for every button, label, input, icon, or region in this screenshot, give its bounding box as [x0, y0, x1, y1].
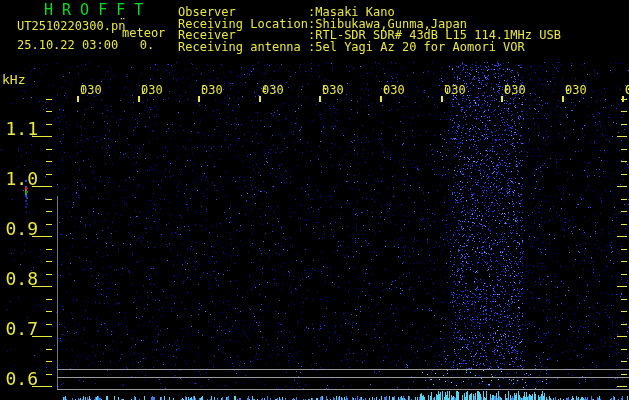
time-axis-label: 0305	[282, 84, 326, 96]
app-title: H R O F F T	[44, 3, 143, 18]
freq-minor-tick-right	[621, 324, 627, 325]
freq-minor-tick-right	[621, 249, 627, 250]
time-label-prefix: 030	[504, 84, 526, 96]
freq-minor-tick-left	[46, 124, 52, 125]
time-label-prefix: 030	[383, 84, 405, 96]
freq-minor-tick-right	[621, 111, 627, 112]
freq-minor-tick-right	[621, 361, 627, 362]
freq-minor-tick-left	[46, 349, 52, 350]
time-label-prefix: 030	[262, 84, 284, 96]
freq-major-tick-left	[32, 286, 52, 287]
freq-minor-tick-left	[46, 261, 52, 262]
freq-minor-tick-left	[46, 161, 52, 162]
freq-minor-tick-left	[46, 199, 52, 200]
frequency-unit-label: kHz	[2, 73, 25, 86]
time-axis-label: 0310	[585, 84, 629, 96]
freq-minor-tick-left	[46, 149, 52, 150]
freq-minor-tick-left	[46, 211, 52, 212]
freq-minor-tick-left	[46, 274, 52, 275]
separator-line	[57, 369, 629, 370]
freq-major-tick-right	[617, 386, 627, 387]
freq-major-tick-right	[617, 286, 627, 287]
time-axis-label: 0308	[464, 84, 508, 96]
time-axis-tick	[501, 96, 503, 102]
freq-major-tick-right	[617, 336, 627, 337]
freq-minor-tick-left	[46, 324, 52, 325]
freq-minor-tick-left	[46, 99, 52, 100]
output-filename: UT2510220300.pn	[17, 20, 125, 32]
header-field-row: Receiving antenna:5el Yagi Az 20 for Aom…	[178, 41, 525, 53]
header-field-value: 5el Yagi Az 20 for Aomori VOR	[315, 40, 525, 54]
time-axis-tick	[380, 96, 382, 102]
time-label-prefix: 030	[444, 84, 466, 96]
time-axis-tick	[77, 96, 79, 102]
time-axis-label: 0307	[404, 84, 448, 96]
freq-major-tick-right	[617, 236, 627, 237]
freq-major-tick-left	[32, 336, 52, 337]
time-axis-tick	[319, 96, 321, 102]
freq-minor-tick-left	[46, 374, 52, 375]
time-label-prefix: 030	[565, 84, 587, 96]
time-axis-tick	[441, 96, 443, 102]
freq-major-tick-left	[32, 136, 52, 137]
time-label-prefix: 030	[201, 84, 223, 96]
plot-left-border	[57, 196, 58, 389]
time-label-prefix: 030	[141, 84, 163, 96]
time-axis-label: 0302	[101, 84, 145, 96]
time-axis-label: 0306	[343, 84, 387, 96]
freq-minor-tick-right	[621, 311, 627, 312]
freq-minor-tick-left	[46, 111, 52, 112]
time-axis-label: 0301	[40, 84, 84, 96]
freq-minor-tick-left	[46, 249, 52, 250]
time-label-prefix: 030	[322, 84, 344, 96]
freq-minor-tick-left	[46, 174, 52, 175]
freq-major-tick-right	[617, 186, 627, 187]
freq-minor-tick-left	[46, 299, 52, 300]
header-field-label: Receiving antenna	[178, 41, 308, 53]
freq-minor-tick-right	[621, 374, 627, 375]
time-axis-label: 0309	[525, 84, 569, 96]
freq-minor-tick-right	[621, 274, 627, 275]
freq-minor-tick-right	[621, 299, 627, 300]
freq-minor-tick-right	[621, 199, 627, 200]
freq-minor-tick-right	[621, 99, 627, 100]
time-axis-label: 0304	[222, 84, 266, 96]
freq-major-tick-left	[32, 186, 52, 187]
freq-minor-tick-left	[46, 311, 52, 312]
freq-minor-tick-right	[621, 211, 627, 212]
freq-minor-tick-right	[621, 124, 627, 125]
freq-minor-tick-right	[621, 349, 627, 350]
freq-major-tick-left	[32, 386, 52, 387]
freq-major-tick-left	[32, 236, 52, 237]
separator-line	[57, 389, 629, 390]
separator-line	[57, 377, 629, 378]
time-axis-tick	[198, 96, 200, 102]
freq-minor-tick-right	[621, 261, 627, 262]
freq-major-tick-right	[617, 136, 627, 137]
freq-minor-tick-right	[621, 174, 627, 175]
freq-minor-tick-right	[621, 161, 627, 162]
time-label-prefix: 031	[625, 84, 629, 96]
freq-minor-tick-left	[46, 224, 52, 225]
observation-datetime: 25.10.22 03:00 0.	[17, 39, 154, 51]
time-axis-tick	[259, 96, 261, 102]
time-axis-tick	[562, 96, 564, 102]
time-axis-label: 0303	[161, 84, 205, 96]
freq-minor-tick-left	[46, 361, 52, 362]
spectrogram-canvas	[0, 0, 629, 400]
freq-minor-tick-right	[621, 149, 627, 150]
time-label-prefix: 030	[80, 84, 102, 96]
freq-minor-tick-right	[621, 224, 627, 225]
time-axis-tick	[138, 96, 140, 102]
hrofft-screen: H R O F F T UT2510220300.pn ¨ meteor 25.…	[0, 0, 629, 400]
